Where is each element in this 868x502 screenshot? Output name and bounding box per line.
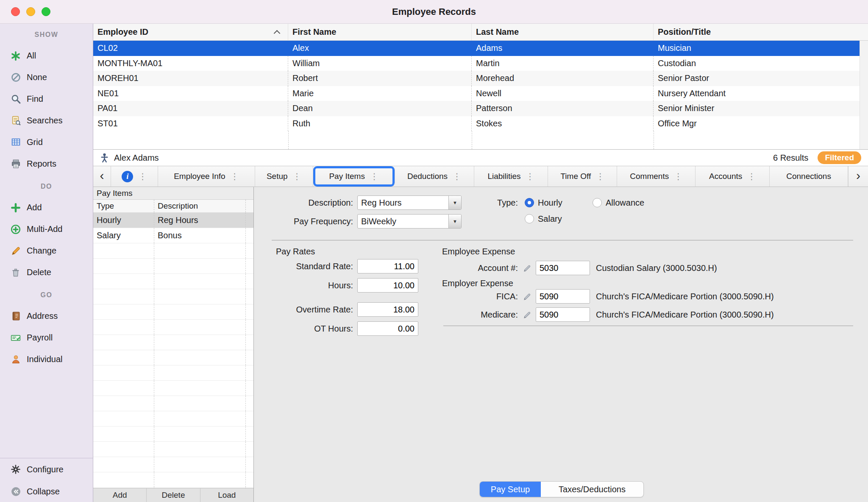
tab-deductions[interactable]: Deductions⋮ (395, 166, 474, 187)
cell-last-name: Patterson (472, 101, 654, 116)
pay-frequency-dropdown[interactable]: BiWeekly ▼ (357, 214, 462, 229)
tab-setup[interactable]: Setup⋮ (255, 166, 313, 187)
type-radio-allowance[interactable]: Allowance (593, 196, 644, 209)
tab-time-off[interactable]: Time Off⋮ (548, 166, 617, 187)
dropdown-arrow-icon[interactable]: ▼ (448, 215, 461, 228)
pay-item-empty-row (93, 335, 253, 350)
vertical-scrollbar[interactable] (860, 41, 868, 149)
tab-menu-dots-icon[interactable]: ⋮ (293, 171, 301, 181)
hours-input[interactable] (357, 278, 418, 293)
sidebar-section-header: GO (0, 288, 93, 302)
tab-connections[interactable]: Connections (770, 166, 848, 187)
pay-item-empty-row (93, 289, 253, 304)
table-row[interactable]: ST01RuthStokesOffice Mgr (93, 116, 860, 131)
tab-pay-items[interactable]: Pay Items⋮ (313, 166, 395, 187)
sidebar-item-delete[interactable]: Delete (0, 262, 93, 283)
delete-pay-item-button[interactable]: Delete (147, 488, 200, 502)
sidebar-item-reports[interactable]: Reports (0, 153, 93, 175)
tab-menu-dots-icon[interactable]: ⋮ (231, 171, 239, 181)
view-toggle-pay-setup[interactable]: Pay Setup (480, 482, 541, 497)
cell-employee-id: PA01 (93, 101, 288, 116)
type-label: Type: (433, 196, 518, 209)
type-radio-salary[interactable]: Salary (525, 212, 562, 225)
tab-accounts[interactable]: Accounts⋮ (696, 166, 770, 187)
slash-circle-icon (9, 72, 22, 84)
tab-menu-dots-icon[interactable]: ⋮ (453, 171, 461, 181)
table-row[interactable]: MOREH01RobertMoreheadSenior Pastor (93, 71, 860, 86)
cell-position: Senior Minister (654, 101, 860, 116)
add-pay-item-button[interactable]: Add (93, 488, 147, 502)
standard-rate-input[interactable] (357, 259, 418, 273)
cell-employee-id: MONTHLY-MA01 (93, 56, 288, 71)
account-number-account-input[interactable] (536, 261, 590, 275)
cell-last-name: Martin (472, 56, 654, 71)
sidebar-item-searches[interactable]: Searches (0, 110, 93, 131)
table-row[interactable]: CL02AlexAdamsMusician (93, 41, 860, 56)
sidebar-item-payroll[interactable]: Payroll (0, 327, 93, 349)
person-icon (9, 354, 22, 365)
sidebar-item-address[interactable]: Address (0, 305, 93, 327)
fica-account-input[interactable] (536, 289, 590, 304)
account-lookup-icon[interactable] (523, 292, 532, 301)
sidebar-item-multi-add[interactable]: Multi-Add (0, 218, 93, 240)
sidebar-item-individual[interactable]: Individual (0, 349, 93, 370)
load-pay-item-button[interactable]: Load (200, 488, 253, 502)
column-header-first-name[interactable]: First Name (288, 24, 472, 40)
sidebar-item-change[interactable]: Change (0, 240, 93, 262)
cell-last-name: Stokes (472, 116, 654, 131)
cell-position: Nursery Attendant (654, 86, 860, 101)
tab-menu-dots-icon[interactable]: ⋮ (596, 171, 604, 181)
tab-liabilities[interactable]: Liabilities⋮ (474, 166, 548, 187)
pay-item-row[interactable]: HourlyReg Hours (93, 213, 253, 228)
standard-rate-row: Standard Rate: (262, 259, 418, 273)
tab-comments[interactable]: Comments⋮ (617, 166, 696, 187)
account-name: Church's FICA/Medicare Portion (3000.509… (596, 292, 774, 301)
type-radio-hourly[interactable]: Hourly (525, 196, 562, 209)
tabs-scroll-right-button[interactable]: › (848, 166, 868, 187)
table-row[interactable]: NE01MarieNewellNursery Attendant (93, 86, 860, 101)
overtime-rate-input[interactable] (357, 302, 418, 317)
sidebar-item-grid[interactable]: Grid (0, 131, 93, 153)
sidebar-item-configure[interactable]: Configure (0, 458, 93, 480)
tab-menu-dots-icon[interactable]: ⋮ (370, 171, 378, 181)
pay-frequency-label: Pay Frequency: (262, 217, 353, 226)
tab-menu-dots-icon[interactable]: ⋮ (674, 171, 682, 181)
tab-menu-dots-icon[interactable]: ⋮ (747, 171, 756, 181)
grid-icon (9, 137, 22, 148)
magnifier-icon (9, 93, 22, 105)
pay-items-panel: Pay Items Type Description HourlyReg Hou… (93, 187, 254, 502)
ot-hours-input[interactable] (357, 321, 418, 336)
sidebar-item-find[interactable]: Find (0, 88, 93, 110)
column-header-position-title[interactable]: Position/Title (654, 24, 868, 40)
tab-info[interactable]: i⋮ (111, 166, 158, 187)
view-toggle-taxes-deductions[interactable]: Taxes/Deductions (541, 482, 643, 497)
pay-items-column-headers: Type Description (93, 200, 253, 213)
tab-employee-info[interactable]: Employee Info⋮ (158, 166, 255, 187)
account-lookup-icon[interactable] (523, 310, 532, 319)
pay-item-row[interactable]: SalaryBonus (93, 228, 253, 243)
current-record-name: Alex Adams (114, 153, 159, 163)
column-header-employee-id[interactable]: Employee ID (93, 24, 288, 40)
column-header-last-name[interactable]: Last Name (472, 24, 654, 40)
tabs-scroll-left-button[interactable]: ‹ (93, 166, 111, 187)
sidebar-footer: ConfigureCollapse (0, 458, 93, 502)
tab-menu-dots-icon[interactable]: ⋮ (138, 171, 147, 181)
tab-bar: ‹i⋮Employee Info⋮Setup⋮Pay Items⋮Deducti… (93, 166, 868, 187)
filtered-badge[interactable]: Filtered (818, 151, 861, 164)
section-divider (272, 240, 853, 240)
sidebar-section-show: SHOWAllNoneFindSearchesGridReports (0, 28, 93, 175)
sidebar-item-add[interactable]: Add (0, 197, 93, 218)
sidebar-item-collapse[interactable]: Collapse (0, 480, 93, 502)
table-row[interactable]: PA01DeanPattersonSenior Minister (93, 101, 860, 116)
tab-menu-dots-icon[interactable]: ⋮ (526, 171, 534, 181)
employee-table-body: CL02AlexAdamsMusicianMONTHLY-MA01William… (93, 41, 860, 131)
account-lookup-icon[interactable] (523, 263, 532, 273)
sidebar-item-all[interactable]: All (0, 45, 93, 67)
sidebar-item-none[interactable]: None (0, 67, 93, 88)
pay-items-panel-title: Pay Items (93, 187, 253, 200)
medicare-account-input[interactable] (536, 307, 590, 322)
cell-first-name: Alex (288, 41, 472, 56)
table-row[interactable]: MONTHLY-MA01WilliamMartinCustodian (93, 56, 860, 71)
cell-employee-id: MOREH01 (93, 71, 288, 86)
radio-icon (525, 214, 534, 223)
